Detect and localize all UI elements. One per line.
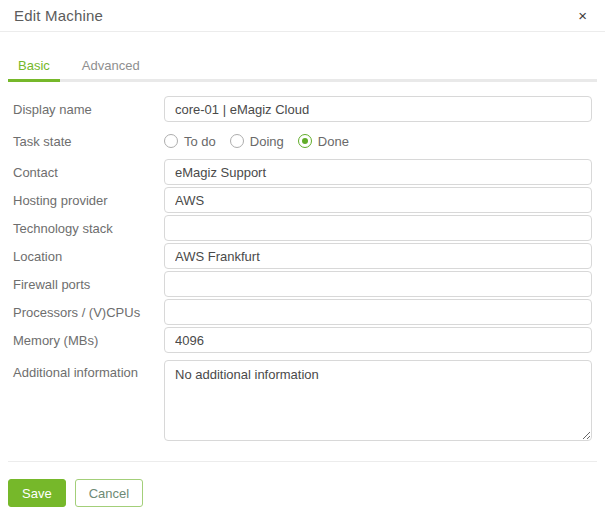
modal-title: Edit Machine — [14, 7, 103, 24]
contact-label: Contact — [13, 165, 164, 180]
radio-doing-label: Doing — [250, 134, 284, 149]
hosting-provider-label: Hosting provider — [13, 193, 164, 208]
edit-machine-form: Display name Task state To do Doing Done — [0, 82, 605, 445]
additional-information-textarea[interactable]: No additional information — [164, 360, 592, 441]
tab-basic[interactable]: Basic — [8, 53, 60, 82]
processors-input[interactable] — [164, 299, 592, 325]
form-row-contact: Contact — [13, 159, 592, 185]
radio-option-todo[interactable]: To do — [164, 134, 216, 149]
hosting-provider-input[interactable] — [164, 187, 592, 213]
technology-stack-input[interactable] — [164, 215, 592, 241]
close-icon[interactable]: × — [574, 6, 591, 25]
form-row-additional-information: Additional information No additional inf… — [13, 360, 592, 445]
contact-input[interactable] — [164, 159, 592, 185]
radio-done-icon[interactable] — [298, 134, 312, 148]
form-row-processors: Processors / (V)CPUs — [13, 299, 592, 325]
task-state-label: Task state — [13, 134, 164, 149]
display-name-label: Display name — [13, 102, 164, 117]
memory-input[interactable] — [164, 327, 592, 353]
location-label: Location — [13, 249, 164, 264]
firewall-ports-label: Firewall ports — [13, 277, 164, 292]
radio-todo-icon[interactable] — [164, 134, 178, 148]
radio-option-done[interactable]: Done — [298, 134, 349, 149]
firewall-ports-input[interactable] — [164, 271, 592, 297]
tab-bar: Basic Advanced — [8, 53, 597, 82]
memory-label: Memory (MBs) — [13, 333, 164, 348]
modal-header: Edit Machine × — [0, 0, 605, 32]
tab-advanced[interactable]: Advanced — [72, 53, 150, 82]
task-state-radio-group: To do Doing Done — [164, 134, 592, 149]
form-row-firewall-ports: Firewall ports — [13, 271, 592, 297]
edit-machine-modal: Edit Machine × Basic Advanced Display na… — [0, 0, 605, 507]
radio-doing-icon[interactable] — [230, 134, 244, 148]
processors-label: Processors / (V)CPUs — [13, 305, 164, 320]
form-row-memory: Memory (MBs) — [13, 327, 592, 353]
radio-done-label: Done — [318, 134, 349, 149]
form-row-hosting-provider: Hosting provider — [13, 187, 592, 213]
modal-footer: Save Cancel — [0, 462, 605, 507]
form-row-location: Location — [13, 243, 592, 269]
save-button[interactable]: Save — [8, 479, 66, 507]
form-row-task-state: Task state To do Doing Done — [13, 126, 592, 156]
radio-todo-label: To do — [184, 134, 216, 149]
cancel-button[interactable]: Cancel — [75, 479, 143, 507]
form-row-technology-stack: Technology stack — [13, 215, 592, 241]
technology-stack-label: Technology stack — [13, 221, 164, 236]
form-row-display-name: Display name — [13, 96, 592, 122]
display-name-input[interactable] — [164, 96, 592, 122]
additional-information-label: Additional information — [13, 360, 164, 380]
radio-option-doing[interactable]: Doing — [230, 134, 284, 149]
location-input[interactable] — [164, 243, 592, 269]
